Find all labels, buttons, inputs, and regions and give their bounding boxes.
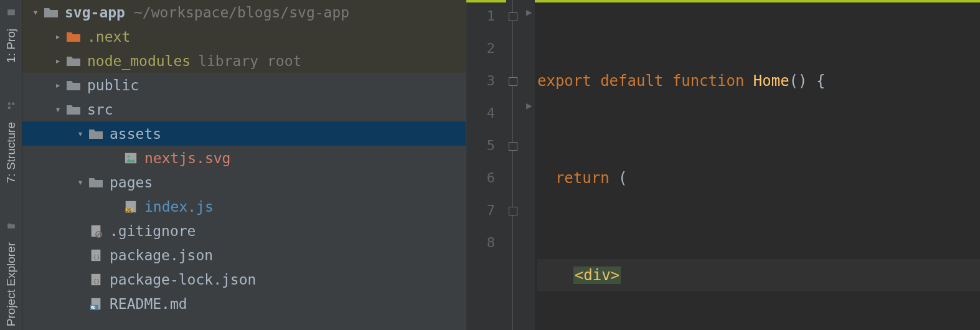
code-area[interactable]: export default function Home() { return … (535, 0, 980, 330)
chevron-right-icon[interactable]: ▸ (52, 55, 64, 67)
structure-tab-icon[interactable] (6, 101, 17, 111)
tree-item-assets[interactable]: ▾ assets (22, 121, 466, 146)
svg-rect-1 (7, 103, 10, 105)
folder-icon (88, 127, 103, 141)
image-file-icon (123, 151, 138, 165)
modified-indicator (466, 0, 980, 2)
folder-label: src (87, 101, 113, 118)
tree-item-public[interactable]: ▸ public (22, 73, 466, 97)
run-gutter-icon[interactable]: ▶ (526, 100, 532, 111)
root-name: svg-app (65, 4, 125, 21)
line-number-gutter[interactable]: 1 2 3 4 5 6 7 8 (466, 0, 506, 330)
folder-icon (66, 78, 81, 92)
explorer-tab-icon[interactable] (6, 221, 17, 231)
tree-item-gitignore[interactable]: • .gitignore (22, 219, 466, 243)
project-tab-icon[interactable] (6, 7, 17, 17)
file-label: package.json (110, 247, 213, 263)
tool-window-tabs: 1: Proj 7: Structure Project Explorer (0, 0, 22, 330)
fold-toggle-icon[interactable] (509, 77, 517, 86)
svg-rect-0 (7, 9, 15, 15)
structure-tab[interactable]: 7: Structure (4, 118, 18, 187)
folder-icon (66, 103, 81, 116)
line-number[interactable]: 4 (466, 97, 495, 130)
project-tree[interactable]: ▾ svg-app ~/workspace/blogs/svg-app ▸ .n… (22, 0, 466, 330)
chevron-down-icon[interactable]: ▾ (30, 6, 41, 18)
svg-text:{}: {} (93, 253, 100, 260)
code-editor[interactable]: 1 2 3 4 5 6 7 8 ▶ ▶ export default funct… (466, 0, 980, 330)
project-tab[interactable]: 1: Proj (4, 25, 18, 67)
line-number[interactable]: 8 (466, 227, 495, 259)
svg-text:MD: MD (91, 305, 96, 310)
tree-item-pages[interactable]: ▾ pages (22, 170, 466, 194)
folder-icon (66, 30, 81, 44)
chevron-down-icon[interactable]: ▾ (52, 103, 64, 115)
json-file-icon: {} (88, 248, 103, 262)
line-number[interactable]: 5 (466, 130, 495, 162)
file-icon (88, 224, 103, 238)
json-file-icon: {} (88, 273, 103, 286)
fold-toggle-icon[interactable] (509, 142, 517, 151)
folder-label: assets (110, 126, 161, 142)
svg-text:{}: {} (93, 277, 100, 284)
line-number[interactable]: 6 (466, 162, 495, 194)
svg-text:JS: JS (126, 207, 132, 213)
chevron-down-icon[interactable]: ▾ (75, 176, 86, 188)
tree-item-index-js[interactable]: • JS index.js (22, 194, 466, 219)
folder-label: pages (110, 174, 153, 191)
tree-item-readme[interactable]: • MD README.md (22, 291, 466, 316)
chevron-right-icon[interactable]: ▸ (52, 31, 64, 42)
tree-item-node-modules[interactable]: ▸ node_modules library root (22, 49, 466, 73)
folder-icon (44, 6, 59, 19)
line-number[interactable]: 1 (466, 0, 495, 32)
line-number[interactable]: 3 (466, 65, 495, 97)
tree-item-next[interactable]: ▸ .next (22, 24, 466, 49)
svg-rect-3 (7, 106, 10, 109)
tree-item-src[interactable]: ▾ src (22, 97, 466, 121)
file-label: nextjs.svg (144, 150, 230, 166)
svg-point-5 (128, 155, 130, 158)
chevron-down-icon[interactable]: ▾ (75, 128, 86, 139)
root-path: ~/workspace/blogs/svg-app (134, 4, 349, 21)
line-number[interactable]: 7 (466, 194, 495, 227)
file-label: package-lock.json (110, 271, 256, 288)
js-file-icon: JS (123, 200, 138, 214)
file-label: .gitignore (110, 223, 196, 239)
file-label: index.js (144, 199, 214, 215)
folder-icon (88, 176, 103, 189)
line-number[interactable]: 2 (466, 32, 495, 65)
folder-label: .next (87, 29, 130, 45)
tree-root[interactable]: ▾ svg-app ~/workspace/blogs/svg-app (22, 0, 466, 24)
folder-icon (66, 54, 81, 68)
folder-hint: library root (198, 53, 301, 69)
tree-item-nextjs-svg[interactable]: • nextjs.svg (22, 146, 466, 170)
run-gutter-icon[interactable]: ▶ (526, 6, 532, 18)
fold-gutter[interactable]: ▶ ▶ (506, 0, 535, 330)
svg-rect-2 (12, 103, 14, 105)
folder-label: public (87, 77, 139, 93)
explorer-tab[interactable]: Project Explorer (4, 238, 18, 330)
tree-item-package-json[interactable]: • {} package.json (22, 243, 466, 267)
chevron-right-icon[interactable]: ▸ (52, 79, 64, 91)
folder-label: node_modules (87, 53, 191, 69)
fold-toggle-icon[interactable] (509, 12, 517, 21)
tree-item-package-lock[interactable]: • {} package-lock.json (22, 267, 466, 291)
fold-toggle-icon[interactable] (509, 207, 517, 215)
file-label: README.md (110, 296, 187, 312)
markdown-file-icon: MD (88, 297, 103, 311)
